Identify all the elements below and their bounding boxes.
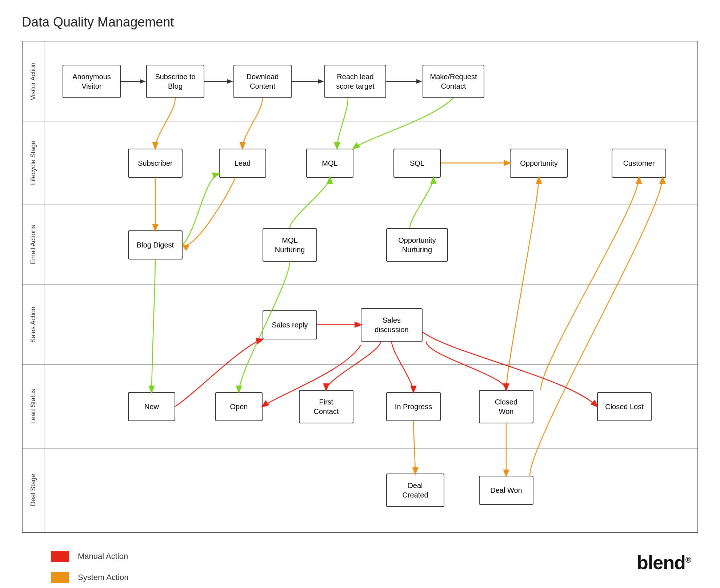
row-content-deal-stage: Deal Created Deal Won xyxy=(44,448,697,532)
node-first-contact: First Contact xyxy=(299,390,353,423)
row-label-lead-status: Lead Status xyxy=(23,365,44,448)
legend: Manual Action System Action Workflow Act… xyxy=(22,551,698,588)
row-content-email: Blog Digest MQL Nurturing Opportunity Nu… xyxy=(44,205,697,285)
diagram-container: Visitor Action Anonymous Visitor Subscri… xyxy=(22,41,698,533)
node-opportunity-nurturing: Opportunity Nurturing xyxy=(386,228,448,262)
legend-label-system: System Action xyxy=(78,573,128,582)
row-label-lifecycle: Lifecycle Stage xyxy=(23,121,44,205)
row-content-lifecycle: Subscriber Lead MQL SQL Opportunity Cust… xyxy=(44,121,697,205)
node-reach-lead-score: Reach lead score target xyxy=(324,65,386,98)
node-mql-nurturing: MQL Nurturing xyxy=(263,228,317,262)
row-content-visitor-action: Anonymous Visitor Subscribe to Blog Down… xyxy=(44,41,697,121)
node-deal-won: Deal Won xyxy=(479,476,533,505)
row-content-sales: Sales reply Sales discussion xyxy=(44,285,697,365)
node-customer: Customer xyxy=(612,149,666,178)
node-sales-reply: Sales reply xyxy=(263,310,317,339)
row-label-email: Email Actions xyxy=(23,205,44,285)
node-sql: SQL xyxy=(393,149,441,178)
node-subscribe-to-blog: Subscribe to Blog xyxy=(146,65,204,98)
legend-label-manual: Manual Action xyxy=(78,552,128,561)
row-visitor-action: Visitor Action Anonymous Visitor Subscri… xyxy=(23,41,697,121)
legend-item-manual: Manual Action xyxy=(51,551,698,562)
node-opportunity: Opportunity xyxy=(510,149,568,178)
node-in-progress: In Progress xyxy=(386,392,441,421)
row-lead-status: Lead Status New Open First Contact In Pr… xyxy=(23,365,697,448)
row-sales-action: Sales Action Sales reply Sales discussio… xyxy=(23,285,697,365)
row-content-lead-status: New Open First Contact In Progress Close… xyxy=(44,365,697,448)
legend-item-system: System Action xyxy=(51,572,698,583)
legend-color-system xyxy=(51,572,69,583)
node-blog-digest: Blog Digest xyxy=(128,230,183,259)
row-label-visitor-action: Visitor Action xyxy=(23,41,44,121)
page-title: Data Quality Management xyxy=(22,15,698,30)
node-mql: MQL xyxy=(306,149,353,178)
row-email-actions: Email Actions Blog Digest MQL Nurturing … xyxy=(23,205,697,285)
blend-logo: blend® xyxy=(637,552,691,573)
node-closed-lost: Closed Lost xyxy=(597,392,652,421)
legend-color-manual xyxy=(51,551,69,562)
row-deal-stage: Deal Stage Deal Created Deal Won xyxy=(23,448,697,532)
row-label-sales: Sales Action xyxy=(23,285,44,365)
node-make-request-contact: Make/Request Contact xyxy=(423,65,484,98)
node-anonymous-visitor: Anonymous Visitor xyxy=(63,65,121,98)
node-sales-discussion: Sales discussion xyxy=(361,308,423,342)
node-download-content: Download Content xyxy=(233,65,292,98)
row-lifecycle-stage: Lifecycle Stage Subscriber Lead MQL SQL … xyxy=(23,121,697,205)
row-label-deal-stage: Deal Stage xyxy=(23,448,44,532)
node-new: New xyxy=(128,392,175,421)
node-deal-created: Deal Created xyxy=(386,474,444,507)
node-lead: Lead xyxy=(219,149,266,178)
node-subscriber: Subscriber xyxy=(128,149,183,178)
node-open: Open xyxy=(215,392,263,421)
node-closed-won: Closed Won xyxy=(479,390,533,423)
